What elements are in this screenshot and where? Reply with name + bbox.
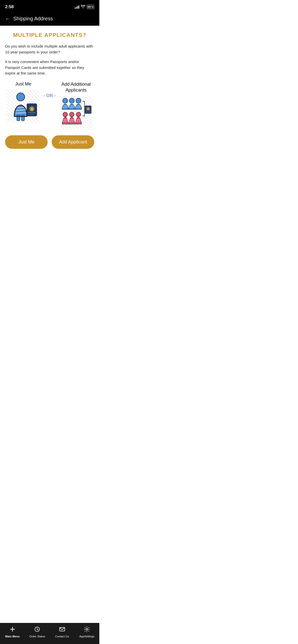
content-spacer bbox=[5, 149, 94, 215]
just-me-label: Just Me bbox=[15, 81, 31, 87]
page-title: Shipping Address bbox=[13, 16, 53, 22]
svg-text:★: ★ bbox=[87, 108, 89, 110]
svg-point-2 bbox=[17, 93, 25, 101]
back-button[interactable]: ← bbox=[5, 16, 10, 22]
svg-point-19 bbox=[69, 98, 74, 103]
multiple-applicants-heading: MULTIPLE APPLICANTS? bbox=[5, 32, 94, 38]
nav-bar: ← Shipping Address bbox=[0, 13, 99, 26]
main-content: MULTIPLE APPLICANTS? Do you wish to incl… bbox=[0, 26, 99, 220]
svg-point-31 bbox=[70, 112, 74, 117]
signal-icon bbox=[75, 5, 79, 9]
svg-text:★: ★ bbox=[31, 108, 33, 110]
svg-point-16 bbox=[63, 98, 68, 103]
status-bar: 2:58 89 % bbox=[0, 0, 99, 13]
svg-text:of America: of America bbox=[30, 113, 35, 115]
svg-text:United States: United States bbox=[28, 112, 36, 113]
status-icons: 89 % bbox=[75, 5, 94, 9]
description-paragraph-2: It is very convenient when Passports and… bbox=[5, 59, 94, 76]
single-person-svg: ★ United States of America bbox=[7, 90, 40, 123]
just-me-button[interactable]: Just Me bbox=[5, 135, 48, 149]
or-divider: - OR - bbox=[42, 81, 58, 98]
multiple-applicants-illustration: ★ bbox=[60, 96, 93, 129]
just-me-option: Just Me bbox=[5, 81, 42, 123]
svg-rect-4 bbox=[21, 115, 24, 121]
add-applicants-option: Add Additional Applicants bbox=[58, 81, 94, 129]
description-paragraph-1: Do you wish to include multiple adult ap… bbox=[5, 43, 94, 55]
status-time: 2:58 bbox=[5, 4, 14, 9]
add-applicants-label: Add Additional Applicants bbox=[58, 81, 94, 93]
options-row: Just Me bbox=[5, 81, 94, 129]
add-applicant-button[interactable]: Add Applicant bbox=[52, 135, 94, 149]
multiple-persons-svg: ★ bbox=[60, 96, 93, 129]
just-me-illustration: ★ United States of America bbox=[7, 90, 40, 123]
wifi-icon bbox=[81, 5, 85, 9]
svg-line-7 bbox=[15, 113, 26, 113]
svg-point-34 bbox=[76, 112, 81, 117]
battery-icon: 89 % bbox=[87, 5, 94, 9]
svg-point-22 bbox=[76, 98, 81, 103]
svg-point-28 bbox=[63, 112, 67, 117]
choice-buttons-row: Just Me Add Applicant bbox=[5, 135, 94, 149]
svg-rect-3 bbox=[17, 115, 20, 121]
